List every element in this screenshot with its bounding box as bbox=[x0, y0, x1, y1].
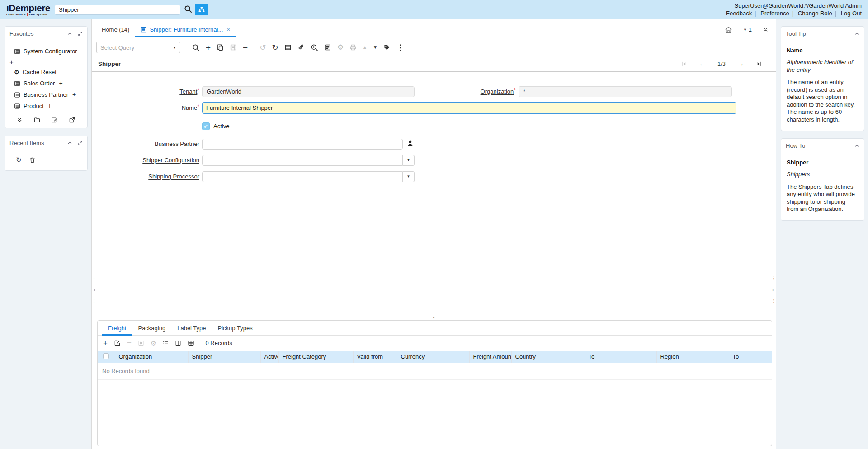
folder-icon[interactable] bbox=[33, 117, 40, 123]
column-header-shipper[interactable]: Shipper bbox=[188, 351, 260, 363]
save-row-button bbox=[138, 340, 144, 346]
label-button[interactable] bbox=[383, 44, 391, 51]
shipping-processor-label: Shipping Processor bbox=[92, 173, 202, 180]
window-icon bbox=[14, 80, 20, 87]
share-icon[interactable] bbox=[69, 117, 75, 123]
tab-home[interactable]: Home (14) bbox=[96, 24, 135, 37]
delete-row-button[interactable]: − bbox=[127, 339, 132, 347]
refresh-button[interactable]: ↻ bbox=[272, 44, 278, 51]
trash-icon[interactable] bbox=[29, 156, 36, 164]
east-splitter-handle[interactable]: ⋮ ▸ ⋮ bbox=[771, 273, 776, 307]
expand-panel-icon[interactable] bbox=[78, 140, 83, 145]
menu-lookup-button[interactable] bbox=[195, 4, 208, 15]
collapse-east-icon[interactable]: ▸ bbox=[771, 284, 776, 295]
business-partner-search-button[interactable] bbox=[406, 140, 414, 149]
column-header-freight-amount[interactable]: Freight Amount bbox=[469, 351, 511, 363]
detail-tab-label-type[interactable]: Label Type bbox=[171, 321, 212, 335]
collapse-panel-icon[interactable] bbox=[67, 31, 72, 36]
detail-record-button[interactable]: ▼ bbox=[373, 45, 377, 50]
detail-tab-pickup-types[interactable]: Pickup Types bbox=[212, 321, 259, 335]
detail-tab-packaging[interactable]: Packaging bbox=[132, 321, 171, 335]
quick-form-button[interactable] bbox=[162, 340, 169, 346]
copy-record-button[interactable] bbox=[217, 44, 224, 51]
grid-toggle-button[interactable] bbox=[284, 44, 292, 51]
shipping-processor-input[interactable] bbox=[202, 171, 403, 182]
new-record-shortcut-icon[interactable]: + bbox=[59, 79, 62, 88]
select-all-checkbox[interactable] bbox=[103, 353, 109, 359]
search-icon bbox=[192, 44, 200, 51]
find-button[interactable] bbox=[192, 44, 200, 51]
expand-panel-icon[interactable] bbox=[78, 31, 83, 36]
new-record-button[interactable]: + bbox=[206, 43, 211, 52]
edit-row-button[interactable] bbox=[114, 340, 121, 346]
columns-icon bbox=[175, 340, 181, 346]
user-role-info: SuperUser@GardenWorld.*/GardenWorld Admi… bbox=[726, 2, 862, 9]
howto-panel: How To Shipper Shippers The Shippers Tab… bbox=[781, 138, 864, 221]
first-record-button bbox=[681, 61, 687, 67]
collapse-west-icon[interactable]: ◂ bbox=[92, 284, 96, 295]
add-row-button[interactable]: + bbox=[103, 339, 108, 347]
change-role-link[interactable]: Change Role bbox=[798, 10, 832, 17]
attachment-button[interactable] bbox=[297, 44, 305, 51]
shipper-configuration-dropdown-button[interactable]: ▼ bbox=[403, 155, 415, 166]
organization-label: Organization* bbox=[415, 88, 519, 95]
favorites-item-sales-order[interactable]: Sales Order + bbox=[7, 78, 85, 89]
preference-link[interactable]: Preference bbox=[760, 10, 789, 17]
column-toggle-button[interactable] bbox=[175, 340, 181, 346]
refresh-icon[interactable]: ↻ bbox=[16, 156, 22, 164]
detail-tab-freight[interactable]: Freight bbox=[102, 321, 132, 336]
collapse-detail-icon[interactable]: ▼ bbox=[432, 316, 435, 319]
column-header-valid-from[interactable]: Valid from bbox=[353, 351, 397, 363]
chevrons-up-icon[interactable] bbox=[763, 27, 769, 33]
next-record-button[interactable]: → bbox=[738, 60, 744, 67]
howto-tab-name: Shipper bbox=[787, 159, 859, 166]
shipping-processor-dropdown-button[interactable]: ▼ bbox=[403, 171, 415, 182]
favorites-item-product[interactable]: Product + bbox=[7, 100, 85, 112]
column-header-to-2[interactable]: To bbox=[729, 351, 772, 363]
grid-view-button[interactable] bbox=[188, 340, 194, 346]
favorites-item-system-configurator[interactable]: System Configurator bbox=[7, 46, 85, 57]
select-query-input[interactable] bbox=[96, 42, 169, 53]
column-header-to[interactable]: To bbox=[585, 351, 656, 363]
name-input[interactable] bbox=[202, 102, 736, 114]
more-button[interactable]: ⋮ bbox=[396, 44, 404, 51]
top-links: Feedback| Preference| Change Role| Log O… bbox=[726, 9, 862, 17]
home-icon[interactable] bbox=[725, 26, 732, 33]
edit-doc-icon[interactable] bbox=[51, 117, 58, 123]
favorites-item-cache-reset[interactable]: ⚙ Cache Reset bbox=[7, 66, 85, 78]
favorites-item-business-partner[interactable]: Business Partner + bbox=[7, 89, 85, 100]
shipper-configuration-input[interactable] bbox=[202, 155, 403, 166]
select-query-dropdown-button[interactable]: ▼ bbox=[169, 42, 180, 53]
business-partner-input[interactable] bbox=[202, 139, 403, 150]
tooltip-panel-title: Tool Tip bbox=[786, 30, 806, 37]
report-button[interactable] bbox=[324, 44, 331, 51]
delete-record-button[interactable]: − bbox=[243, 43, 248, 52]
new-record-shortcut-icon[interactable]: + bbox=[48, 102, 52, 110]
tab-shipper-window[interactable]: Shipper: Furniture Internal... × bbox=[135, 24, 236, 37]
logout-link[interactable]: Log Out bbox=[841, 10, 862, 17]
zoom-across-button[interactable] bbox=[311, 44, 318, 51]
record-navigation: ← 1/3 → bbox=[681, 60, 762, 67]
collapse-panel-icon[interactable] bbox=[854, 143, 859, 148]
global-search-input[interactable] bbox=[55, 5, 180, 15]
active-checkbox[interactable]: ✓ bbox=[202, 122, 210, 130]
column-header-region[interactable]: Region bbox=[656, 351, 729, 363]
collapse-panel-icon[interactable] bbox=[854, 31, 859, 36]
record-form: Tenant* GardenWorld Organization* * Name… bbox=[92, 72, 776, 314]
column-header-currency[interactable]: Currency bbox=[397, 351, 469, 363]
feedback-link[interactable]: Feedback bbox=[726, 10, 752, 17]
favorites-add-target[interactable]: + bbox=[7, 57, 85, 66]
global-search-button[interactable] bbox=[184, 5, 192, 14]
last-record-button[interactable] bbox=[756, 61, 762, 67]
column-header-active[interactable]: Active bbox=[260, 351, 278, 363]
new-record-shortcut-icon[interactable]: + bbox=[72, 90, 76, 99]
collapse-panel-icon[interactable] bbox=[67, 140, 72, 145]
column-header-organization[interactable]: Organization bbox=[115, 351, 188, 363]
detail-splitter-handle[interactable]: ··· ▼ ··· bbox=[92, 314, 776, 320]
column-header-freight-category[interactable]: Freight Category bbox=[278, 351, 353, 363]
column-header-country[interactable]: Country bbox=[511, 351, 585, 363]
west-splitter-handle[interactable]: ⋮ ◂ ⋮ bbox=[92, 273, 96, 307]
chevrons-down-icon[interactable] bbox=[17, 117, 23, 123]
close-tab-icon[interactable]: × bbox=[226, 26, 230, 33]
open-windows-selector[interactable]: ▼ 1 bbox=[743, 26, 752, 33]
